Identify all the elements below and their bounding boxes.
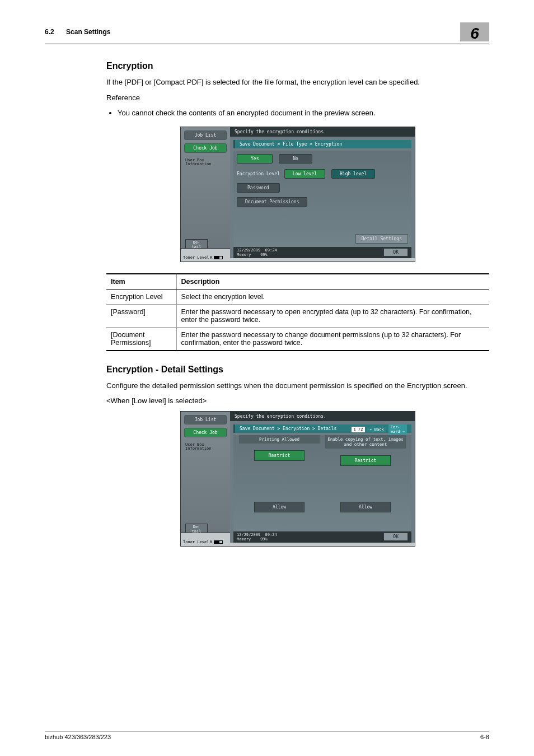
panel-instruction: Specify the encryption conditions. [230, 127, 415, 137]
low-level-button[interactable]: Low level [284, 169, 325, 179]
encryption-intro: If the [PDF] or [Compact PDF] is selecte… [106, 77, 489, 88]
encryption-heading: Encryption [106, 61, 489, 71]
header-rule [45, 44, 489, 44]
table-row: [Document Permissions] Enter the passwor… [106, 327, 489, 351]
section-number: 6.2 [45, 28, 54, 36]
restrict-printing-button[interactable]: Restrict [254, 450, 305, 461]
back-button[interactable]: ← Back [367, 427, 386, 432]
check-job-tab[interactable]: Check Job [184, 143, 227, 153]
encryption-items-table: Item Description Encryption Level Select… [106, 273, 489, 351]
allow-printing-button[interactable]: Allow [254, 502, 305, 512]
toner-level: Toner Level K [183, 540, 223, 544]
detail-settings-heading: Encryption - Detail Settings [106, 365, 489, 375]
toner-bar-icon [214, 540, 223, 544]
panel-instruction: Specify the encryption conditions. [230, 412, 415, 421]
section-label: 6.2 Scan Settings [45, 28, 110, 36]
footer-page: 6-8 [480, 734, 489, 740]
footer-model: bizhub 423/363/283/223 [45, 734, 111, 740]
no-button[interactable]: No [279, 154, 312, 164]
job-list-tab[interactable]: Job List [184, 415, 227, 424]
password-button[interactable]: Password [237, 183, 280, 193]
col-item: Item [106, 274, 176, 290]
col-description: Description [176, 274, 489, 290]
ok-button[interactable]: OK [383, 248, 408, 256]
user-box-label: User Box Information [185, 158, 230, 167]
section-title: Scan Settings [66, 28, 110, 36]
detail-settings-button[interactable]: Detail Settings [355, 234, 408, 244]
toner-bar-icon [214, 256, 223, 259]
breadcrumb: Save Document > Encryption > Details 1 /… [233, 424, 411, 433]
device-screenshot-detail-settings: Job List Check Job User Box Information … [180, 411, 415, 547]
chapter-indicator: 6 [460, 22, 489, 41]
check-job-tab[interactable]: Check Job [184, 428, 227, 437]
yes-button[interactable]: Yes [237, 154, 273, 164]
table-row: [Password] Enter the password necessary … [106, 304, 489, 327]
ok-button[interactable]: OK [383, 533, 408, 541]
job-list-tab[interactable]: Job List [184, 130, 227, 140]
device-screenshot-encryption: Job List Check Job User Box Information … [180, 127, 415, 262]
chapter-badge: 6 [460, 22, 489, 41]
reference-list: You cannot check the contents of an encr… [118, 108, 489, 119]
chapter-number: 6 [470, 25, 479, 43]
detail-settings-body: Configure the detailed permission settin… [106, 380, 489, 391]
document-permissions-button[interactable]: Document Permissions [237, 197, 307, 207]
page-indicator: 1 /2 [352, 427, 366, 432]
panel-footer: 12/29/2009 09:24 Memory 99% OK [233, 531, 411, 543]
panel-footer: 12/29/2009 09:24 Memory 99% OK [233, 247, 411, 258]
reference-label: Reference [106, 92, 489, 104]
page-header: 6.2 Scan Settings 6 [45, 22, 489, 41]
user-box-label: User Box Information [185, 443, 230, 451]
printing-allowed-header: Printing Allowed [239, 435, 320, 444]
high-level-button[interactable]: High level [331, 169, 375, 179]
page-footer: bizhub 423/363/283/223 6-8 [45, 731, 489, 740]
table-row: Encryption Level Select the encryption l… [106, 289, 489, 304]
reference-bullet: You cannot check the contents of an encr… [118, 108, 489, 119]
encryption-level-label: Encryption Level [237, 171, 282, 176]
breadcrumb: Save Document > File Type > Encryption [233, 140, 411, 148]
restrict-copy-button[interactable]: Restrict [340, 455, 391, 466]
pager: 1 /2 ← Back For- ward → [352, 424, 407, 435]
allow-copy-button[interactable]: Allow [340, 502, 391, 512]
when-low-level-label: <When [Low level] is selected> [106, 395, 489, 407]
toner-level: Toner Level K [183, 255, 223, 260]
forward-button[interactable]: For- ward → [388, 424, 407, 435]
enable-copy-header: Enable copying of text, images and other… [325, 435, 406, 449]
